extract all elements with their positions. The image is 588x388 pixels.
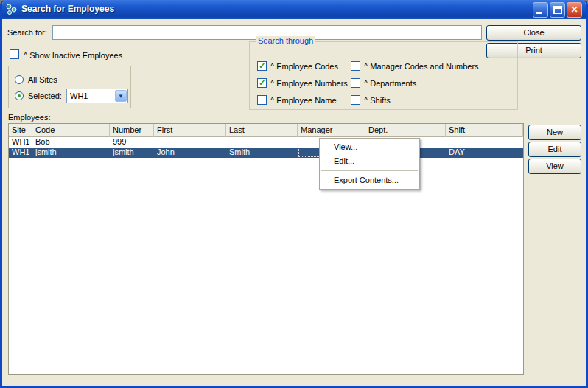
cell-number: 999 [110,137,154,148]
search-through-group: Search through ^ Employee Codes ^ Employ… [249,41,518,110]
employees-label: Employees: [8,113,50,122]
column-header-manager[interactable]: Manager [298,124,365,137]
table-header: Site Code Number First Last Manager Dept… [9,124,523,137]
column-header-shift[interactable]: Shift [446,124,523,137]
radio-icon [15,91,24,100]
column-header-site[interactable]: Site [9,124,32,137]
site-combobox[interactable]: WH1 ▼ [66,89,128,103]
close-window-button[interactable]: ✕ [567,2,582,18]
minimize-icon [536,12,542,14]
search-through-title: Search through [256,36,315,45]
column-header-number[interactable]: Number [110,124,154,137]
table-row[interactable]: WH1 Bob 999 [9,137,523,148]
column-header-code[interactable]: Code [32,124,110,137]
cell-first: John [154,148,226,158]
menu-item-export-contents[interactable]: Export Contents... [320,173,419,187]
employee-name-label: ^ Employee Name [270,96,337,105]
window: Search for Employees ✕ Search for: Close… [0,0,588,388]
menu-item-view[interactable]: View... [320,140,419,154]
cell-number: jsmith [110,148,154,158]
menu-separator [321,170,418,171]
show-inactive-label: ^ Show Inactive Employees [24,51,122,60]
app-icon [6,4,18,15]
context-menu: View... Edit... Export Contents... [319,138,420,190]
checkbox-icon [351,61,360,71]
selected-site-label: Selected: [28,91,62,100]
cell-shift: DAY [446,148,523,158]
titlebar[interactable]: Search for Employees ✕ [0,0,588,19]
sites-panel: All Sites Selected: WH1 ▼ [8,66,131,108]
cell-site: WH1 [9,148,32,158]
employee-codes-label: ^ Employee Codes [270,62,338,71]
chevron-down-icon: ▼ [115,90,127,102]
radio-icon [15,75,24,84]
window-title: Search for Employees [21,0,114,18]
view-button[interactable]: View [528,159,581,174]
cell-code: jsmith [32,148,110,158]
all-sites-label: All Sites [28,75,57,84]
maximize-button[interactable] [550,2,565,18]
column-header-last[interactable]: Last [226,124,298,137]
departments-label: ^ Departments [364,79,416,88]
site-combobox-value: WH1 [70,89,88,103]
checkbox-icon [257,61,267,71]
menu-item-edit[interactable]: Edit... [320,154,419,168]
cell-last: Smith [226,148,298,158]
cell-site: WH1 [9,137,32,148]
employees-table: Site Code Number First Last Manager Dept… [8,123,524,375]
shifts-label: ^ Shifts [364,96,391,105]
checkbox-icon [257,95,267,105]
table-row[interactable]: WH1 jsmith jsmith John Smith DAY [9,148,523,158]
column-header-first[interactable]: First [154,124,226,137]
titlebar-buttons: ✕ [533,2,582,18]
column-header-dept[interactable]: Dept. [365,124,446,137]
checkbox-icon [351,78,360,88]
checkbox-icon [257,78,267,88]
close-icon: ✕ [567,3,581,17]
cell-shift [446,137,523,148]
employee-numbers-label: ^ Employee Numbers [270,79,348,88]
manager-codes-label: ^ Manager Codes and Numbers [364,62,479,71]
maximize-icon [553,6,562,14]
edit-button[interactable]: Edit [528,142,581,157]
cell-code: Bob [32,137,110,148]
new-button[interactable]: New [528,125,581,140]
checkbox-icon [351,95,360,105]
cell-first [154,137,226,148]
checkbox-icon [10,49,19,59]
close-button[interactable]: Close [486,25,581,41]
cell-last [226,137,298,148]
search-for-label: Search for: [7,28,47,37]
minimize-button[interactable] [533,2,548,18]
